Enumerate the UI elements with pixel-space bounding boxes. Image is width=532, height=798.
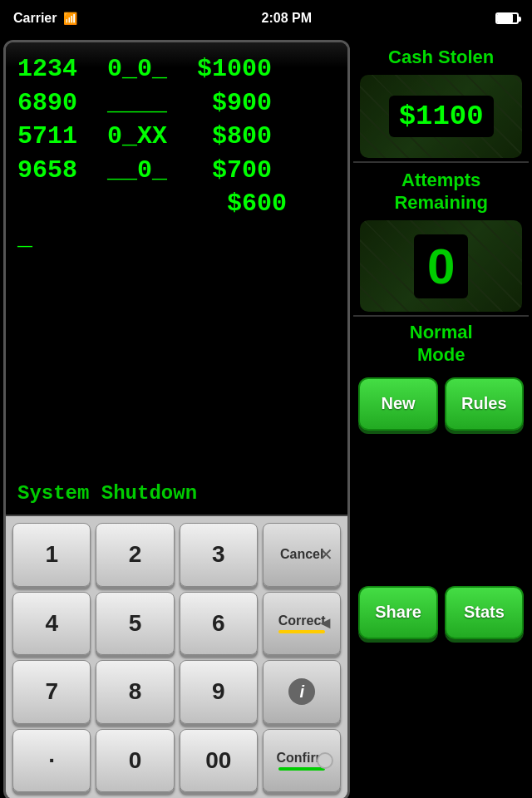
correct-arrow-icon: ◄: [318, 613, 334, 633]
time-label: 2:08 PM: [262, 11, 312, 26]
key-1[interactable]: 1: [12, 523, 91, 587]
screen-line-3: 5711 0_XX $800: [17, 120, 336, 154]
mode-label: Normal Mode: [357, 322, 525, 366]
key-8[interactable]: 8: [96, 660, 174, 724]
status-bar: Carrier 📶 2:08 PM: [0, 0, 532, 37]
key-2[interactable]: 2: [96, 523, 174, 587]
key-9[interactable]: 9: [180, 660, 258, 724]
cash-amount: $1100: [389, 96, 494, 137]
battery-icon: [495, 12, 519, 24]
confirm-button[interactable]: Confirm: [263, 729, 341, 793]
shutdown-text: System Shutdown: [17, 482, 197, 505]
info-button[interactable]: i: [263, 660, 341, 724]
right-panel: Cash Stolen $1100 Attempts Remaining 0 N…: [353, 37, 532, 798]
correct-button[interactable]: Correct ◄: [263, 592, 341, 656]
screen-line-2: 6890 ____ $900: [17, 86, 336, 121]
cancel-x-icon: ✕: [319, 544, 333, 564]
attempts-display: 0: [360, 220, 522, 312]
attempts-label: Attempts Remaining: [353, 166, 529, 217]
screen-line-5: $600: [17, 187, 336, 221]
key-0[interactable]: 0: [96, 729, 174, 793]
share-button[interactable]: Share: [358, 586, 437, 639]
new-button[interactable]: New: [358, 377, 437, 431]
confirm-circle-icon: [317, 752, 333, 769]
confirm-underline: [278, 767, 324, 771]
game-screen: 1234 0_0_ $1000 6890 ____ $900 5711 0_XX…: [6, 42, 347, 516]
key-7[interactable]: 7: [12, 660, 91, 724]
wifi-icon: 📶: [63, 12, 77, 25]
screen-line-1: 1234 0_0_ $1000: [17, 52, 336, 86]
key-6[interactable]: 6: [180, 592, 258, 656]
key-00[interactable]: 00: [180, 729, 258, 793]
cancel-button[interactable]: Cancel ✕: [263, 523, 341, 587]
bottom-buttons: New Rules Share Stats: [353, 371, 529, 795]
key-5[interactable]: 5: [96, 592, 174, 656]
key-4[interactable]: 4: [12, 592, 91, 656]
attempts-section: Attempts Remaining 0: [353, 161, 529, 315]
screen-line-6: _: [17, 221, 336, 255]
screen-line-4: 9658 __0_ $700: [17, 154, 336, 188]
main-layout: 1234 0_0_ $1000 6890 ____ $900 5711 0_XX…: [0, 37, 532, 798]
rules-button[interactable]: Rules: [445, 377, 524, 431]
stats-button[interactable]: Stats: [445, 586, 524, 639]
info-icon: i: [288, 678, 315, 705]
cash-stolen-display: $1100: [360, 75, 522, 158]
left-panel: 1234 0_0_ $1000 6890 ____ $900 5711 0_XX…: [3, 40, 350, 798]
cash-stolen-label: Cash Stolen: [353, 40, 529, 71]
mode-section: Normal Mode: [353, 315, 529, 371]
carrier-label: Carrier: [13, 11, 57, 26]
key-dot[interactable]: ·: [12, 729, 91, 793]
key-3[interactable]: 3: [180, 523, 258, 587]
keypad: 1 2 3 Cancel ✕ 4 5 6 Correct ◄ 7 8 9 i: [6, 516, 347, 798]
cash-stolen-section: Cash Stolen $1100: [353, 40, 529, 161]
attempts-count: 0: [414, 234, 468, 298]
